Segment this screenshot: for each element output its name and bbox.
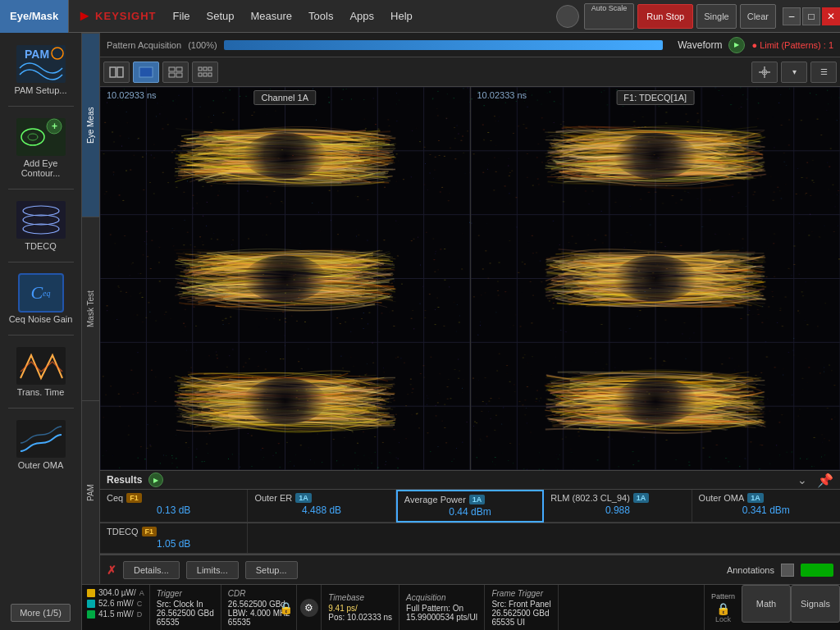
menu-tools[interactable]: Tools [300, 0, 341, 33]
metric-empty [248, 523, 840, 554]
setup-button[interactable]: Setup... [245, 561, 298, 579]
keysight-logo: ► KEYSIGHT [69, 7, 164, 25]
metric-badge-tdecq: F1 [142, 527, 158, 536]
results-metrics-row2: TDECQ F1 1.05 dB [100, 523, 840, 555]
results-chevron[interactable]: ⌄ [797, 473, 807, 486]
signals-button[interactable]: Signals [791, 585, 840, 623]
probe-a-dot [87, 589, 95, 597]
svg-rect-20 [176, 73, 182, 77]
wf-view-btn-4[interactable] [192, 62, 218, 83]
acq-title: Acquisition [406, 593, 477, 602]
svg-rect-17 [169, 67, 175, 71]
lock-icon: 🔒 [279, 601, 293, 614]
vtab-pam[interactable]: PAM [82, 400, 99, 584]
probe-indicators: 304.0 µW/ A 52.6 mW/ C 41.5 mW/ D [82, 585, 150, 630]
sidebar-item-ceq[interactable]: Ceq Ceq Noise Gain [4, 268, 78, 329]
trigger-rate: 26.562500 GBd [157, 609, 214, 618]
probe-a-row: 304.0 µW/ A [87, 588, 144, 597]
single-button[interactable]: Single [696, 4, 737, 29]
metric-value-ceq: 0.13 dB [107, 504, 240, 516]
menu-help[interactable]: Help [382, 0, 421, 33]
sidebar-divider-1 [8, 106, 74, 107]
maximize-button[interactable]: □ [802, 7, 820, 25]
lock-label: Lock [715, 615, 731, 623]
annotations-checkbox[interactable] [781, 564, 794, 577]
run-stop-button[interactable]: Run Stop [637, 4, 693, 29]
svg-rect-23 [208, 67, 212, 71]
timebase-title: Timebase [328, 593, 392, 602]
lock-pattern-icon: 🔒 [716, 602, 730, 615]
svg-rect-26 [208, 73, 212, 76]
acq-progress-bar [224, 40, 664, 50]
results-bar: Results ▶ ⌄ 📌 [100, 470, 840, 490]
frame-trigger-ui: 65535 UI [491, 618, 550, 627]
acq-progress-fill [224, 40, 664, 50]
auto-scale-button[interactable]: Auto Scale [584, 3, 635, 30]
more-button[interactable]: More (1/5) [11, 604, 71, 622]
limits-button[interactable]: Limits... [186, 561, 239, 579]
svg-rect-25 [203, 73, 207, 76]
status-cdr: CDR 26.562500 GBd LBW: 4.000 MHz 65535 🔒 [221, 585, 297, 630]
vtabs-container: Eye Meas Mask Test PAM [82, 33, 100, 584]
wf-view-btn-2[interactable] [133, 62, 159, 83]
sidebar-item-pam-setup[interactable]: PAM PAM Setup... [4, 39, 78, 100]
svg-rect-15 [117, 67, 123, 77]
metric-value-rlm: 0.988 [550, 504, 684, 516]
sidebar-divider-2 [8, 189, 74, 189]
metric-badge-rlm: 1A [633, 493, 650, 503]
acquisition-bar: Pattern Acquisition (100%) Waveform ▶ ● … [100, 33, 840, 57]
metric-rlm: RLM (802.3 CL_94) 1A 0.988 [544, 490, 692, 523]
metric-name-tdecq: TDECQ [107, 527, 139, 536]
sidebar-item-add-eye[interactable]: + Add Eye Contour... [4, 112, 78, 183]
results-play-button[interactable]: ▶ [148, 472, 163, 487]
timebase-ps: 9.41 ps/ [328, 604, 392, 613]
wf-view-btn-3[interactable] [162, 62, 189, 83]
clear-button[interactable]: Clear [740, 4, 776, 29]
wf-view-btn-1[interactable] [103, 62, 130, 83]
menu-file[interactable]: File [165, 0, 199, 33]
metric-outer-oma: Outer OMA 1A 0.341 dBm [692, 490, 840, 523]
minimize-button[interactable]: – [783, 7, 801, 25]
eye-diagram-1 [100, 87, 470, 470]
green-indicator [801, 564, 833, 577]
menu-setup[interactable]: Setup [199, 0, 243, 33]
trigger-title: Trigger [157, 589, 214, 598]
cdr-settings-btn[interactable]: ⚙ [297, 585, 322, 630]
menu-btn[interactable]: ☰ [810, 62, 837, 83]
dropdown-btn[interactable]: ▾ [781, 62, 807, 83]
vtab-mask-test[interactable]: Mask Test [82, 217, 99, 400]
close-button[interactable]: ✕ [822, 7, 840, 25]
eye-mask-button[interactable]: Eye/Mask [0, 0, 69, 33]
bottom-actions: ✗ Details... Limits... Setup... Annotati… [100, 555, 840, 584]
metric-outer-er: Outer ER 1A 4.488 dB [248, 490, 395, 523]
sidebar-item-tdecq[interactable]: TDECQ [4, 195, 78, 256]
status-timebase: Timebase 9.41 ps/ Pos: 10.02333 ns [322, 585, 399, 630]
panel-time-2: 10.02333 ns [477, 90, 527, 100]
results-label: Results [107, 474, 142, 486]
waveform-play-button[interactable]: ▶ [728, 37, 745, 53]
panel-title-1: Channel 1A [254, 90, 317, 105]
circle-button[interactable] [556, 5, 579, 28]
menu-apps[interactable]: Apps [341, 0, 382, 33]
metric-ceq: Ceq F1 0.13 dB [100, 490, 248, 523]
limit-text: ● Limit (Patterns) : 1 [751, 40, 833, 50]
metric-value-outer-er: 4.488 dB [254, 504, 388, 516]
metric-badge-outer-er: 1A [295, 493, 312, 503]
pin-button[interactable]: 📌 [817, 472, 833, 488]
waveform-label: Waveform [678, 39, 722, 51]
left-sidebar: PAM PAM Setup... + [0, 33, 82, 630]
probe-d-row: 41.5 mW/ D [87, 609, 144, 619]
metric-value-outer-oma: 0.341 dBm [699, 504, 833, 516]
sidebar-item-outer-oma[interactable]: Outer OMA [4, 414, 78, 475]
menu-measure[interactable]: Measure [243, 0, 301, 33]
sidebar-item-trans-time[interactable]: Trans. Time [4, 341, 78, 402]
frame-trigger-title: Frame Trigger [491, 589, 550, 598]
probe-c-value: 52.6 mW/ [98, 599, 134, 608]
math-button[interactable]: Math [742, 585, 791, 623]
outer-oma-icon [16, 419, 66, 459]
status-trigger: Trigger Src: Clock In 26.562500 GBd 6553… [150, 585, 221, 630]
crosshair-btn[interactable] [751, 62, 778, 83]
metric-name-ceq: Ceq [107, 493, 123, 503]
details-button[interactable]: Details... [123, 561, 180, 579]
vtab-eye-meas[interactable]: Eye Meas [82, 33, 99, 217]
